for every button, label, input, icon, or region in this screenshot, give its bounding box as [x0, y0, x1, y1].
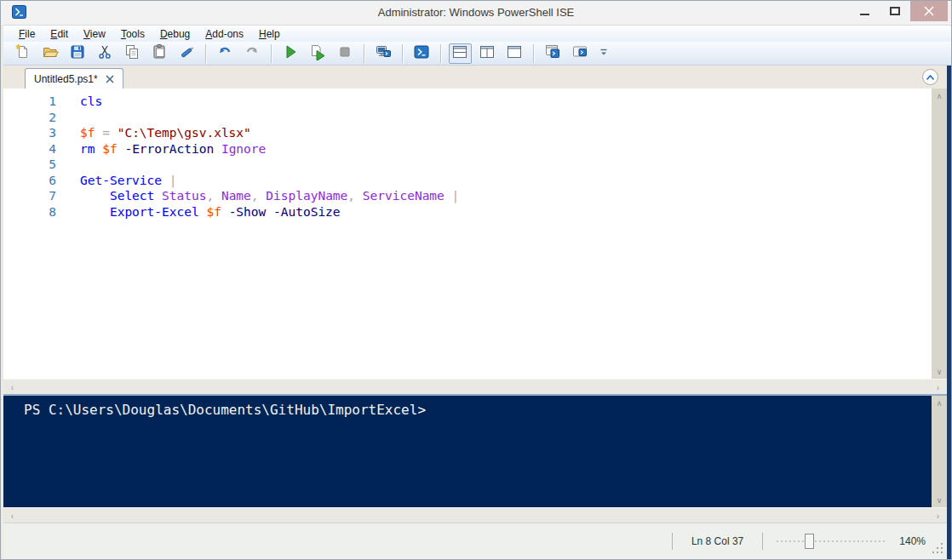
status-separator	[762, 533, 763, 550]
scroll-up-arrow-icon[interactable]: ∧	[932, 396, 947, 410]
menu-debug[interactable]: Debug	[152, 26, 198, 42]
line-number: 7	[3, 188, 56, 204]
new-powershell-tab-button[interactable]	[542, 43, 565, 64]
open-script-icon	[42, 43, 59, 64]
clear-console-icon	[178, 43, 195, 64]
minimize-icon	[860, 14, 869, 15]
undo-button[interactable]	[214, 43, 237, 64]
show-script-pane-right-button[interactable]	[476, 43, 499, 64]
redo-icon	[244, 43, 261, 64]
close-icon	[106, 75, 114, 83]
toolbar-separator	[402, 44, 403, 63]
scroll-down-arrow-icon[interactable]: ∨	[932, 493, 947, 507]
script-editor-pane[interactable]: 12345678 cls $f = "C:\Temp\gsv.xlsx"rm $…	[3, 89, 947, 379]
new-remote-tab-button[interactable]	[569, 43, 592, 64]
close-icon	[924, 6, 934, 16]
toolbar-separator	[205, 44, 206, 63]
editor-vertical-scrollbar[interactable]: ∧ ∨	[932, 89, 947, 379]
powershell-ise-window: Administrator: Windows PowerShell ISE Fi…	[0, 0, 952, 560]
menu-tools[interactable]: Tools	[113, 26, 152, 42]
run-selection-icon	[309, 43, 326, 64]
code-line: cls	[80, 94, 928, 110]
line-number-gutter: 12345678	[3, 94, 56, 220]
new-powershell-tab-icon	[544, 43, 561, 64]
code-line: Get-Service |	[80, 173, 928, 189]
console-horizontal-scrollbar[interactable]: ‹ ›	[3, 507, 947, 523]
console-pane[interactable]: PS C:\Users\Douglas\Documents\GitHub\Imp…	[3, 394, 947, 507]
scroll-down-arrow-icon[interactable]: ∨	[932, 364, 947, 379]
toolbar-overflow-icon	[595, 43, 612, 64]
new-remote-powershell-tab-button[interactable]	[372, 43, 395, 64]
menu-addons[interactable]: Add-ons	[198, 26, 251, 42]
run-script-button[interactable]	[279, 43, 302, 64]
console-vertical-scrollbar[interactable]: ∧ ∨	[932, 396, 947, 507]
toolbar-separator	[533, 44, 534, 63]
console-prompt: PS C:\Users\Douglas\Documents\GitHub\Imp…	[24, 402, 426, 418]
stop-icon	[336, 43, 353, 64]
code-line: Select Status, Name, DisplayName, Servic…	[80, 188, 928, 204]
tab-untitled5[interactable]: Untitled5.ps1*	[25, 68, 123, 89]
new-script-button[interactable]	[12, 43, 35, 64]
clear-console-pane-button[interactable]	[175, 43, 198, 64]
minimize-button[interactable]	[849, 1, 880, 21]
toolbar	[1, 42, 951, 66]
menu-edit[interactable]: Edit	[43, 26, 76, 42]
stop-operation-button[interactable]	[334, 43, 357, 64]
line-number: 3	[3, 125, 56, 141]
line-number: 4	[3, 141, 56, 157]
paste-button[interactable]	[148, 43, 171, 64]
save-button[interactable]	[66, 43, 89, 64]
start-powershell-icon	[413, 43, 430, 64]
maximize-icon	[890, 7, 900, 15]
toolbar-separator	[440, 44, 441, 63]
editor-horizontal-scrollbar[interactable]: ‹ ›	[3, 379, 947, 394]
tab-close-button[interactable]	[106, 75, 114, 83]
toolbar-overflow-button[interactable]	[597, 43, 611, 64]
zoom-slider-thumb[interactable]	[805, 534, 814, 549]
scroll-left-arrow-icon[interactable]: ‹	[5, 508, 20, 523]
layout-script-right-icon	[479, 43, 496, 64]
menu-file[interactable]: File	[11, 26, 43, 42]
start-powershell-exe-button[interactable]	[410, 43, 433, 64]
cut-icon	[96, 43, 113, 64]
code-line: $f = "C:\Temp\gsv.xlsx"	[80, 125, 928, 141]
close-button[interactable]	[910, 1, 948, 21]
zoom-slider[interactable]	[777, 533, 886, 550]
paste-icon	[151, 43, 168, 64]
scroll-left-arrow-icon[interactable]: ‹	[5, 380, 20, 395]
menu-help[interactable]: Help	[251, 26, 288, 42]
open-script-button[interactable]	[39, 43, 62, 64]
tab-strip: Untitled5.ps1*	[3, 66, 947, 89]
line-number: 1	[3, 94, 56, 110]
status-bar: Ln 8 Col 37 140%	[1, 523, 951, 559]
show-script-pane-top-button[interactable]	[449, 43, 472, 64]
new-script-icon	[14, 43, 32, 64]
scroll-up-arrow-icon[interactable]: ∧	[932, 89, 947, 103]
chevron-up-icon	[926, 74, 935, 81]
remote-session-icon	[375, 43, 392, 64]
titlebar: Administrator: Windows PowerShell ISE	[1, 1, 951, 25]
scroll-right-arrow-icon[interactable]: ›	[931, 380, 945, 395]
collapse-script-pane-button[interactable]	[922, 69, 938, 85]
window-left-edge	[1, 25, 3, 559]
cut-button[interactable]	[94, 43, 117, 64]
line-number: 8	[3, 204, 56, 220]
zoom-slider-track[interactable]	[777, 540, 886, 542]
line-col-indicator: Ln 8 Col 37	[691, 535, 743, 547]
layout-script-top-icon	[451, 43, 468, 64]
run-selection-button[interactable]	[307, 43, 330, 64]
scroll-right-arrow-icon[interactable]: ›	[931, 508, 945, 523]
menubar: FileEditViewToolsDebugAdd-onsHelp	[1, 25, 951, 42]
window-title: Administrator: Windows PowerShell ISE	[1, 1, 951, 25]
menu-view[interactable]: View	[76, 26, 113, 42]
copy-button[interactable]	[121, 43, 144, 64]
maximize-button[interactable]	[880, 1, 910, 21]
layout-script-max-icon	[506, 43, 523, 64]
show-script-pane-maximized-button[interactable]	[503, 43, 526, 64]
redo-button[interactable]	[241, 43, 264, 64]
line-number: 2	[3, 110, 56, 126]
toolbar-separator	[364, 44, 364, 63]
status-separator	[672, 533, 673, 550]
run-script-icon	[282, 43, 299, 64]
resize-grip[interactable]	[932, 543, 944, 555]
